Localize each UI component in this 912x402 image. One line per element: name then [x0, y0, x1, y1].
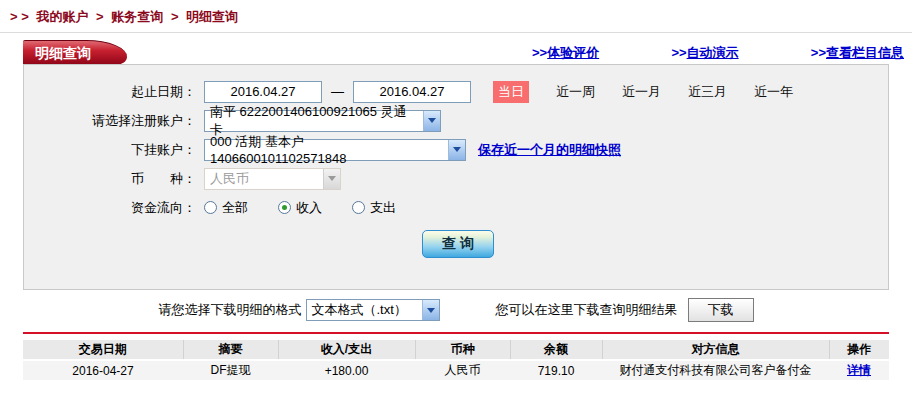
currency-row: 币 种： 人民币 [24, 164, 888, 193]
flow-radio-all[interactable] [204, 201, 217, 214]
flow-radio-income-label[interactable]: 收入 [296, 199, 322, 217]
start-date-input[interactable] [204, 81, 322, 103]
breadcrumb-item-account-query[interactable]: 账务查询 [111, 9, 163, 24]
cell-balance: 719.10 [510, 360, 602, 380]
breadcrumb-separator: > [171, 9, 179, 24]
header-counterparty: 对方信息 [602, 340, 829, 360]
header-amount: 收入/支出 [278, 340, 415, 360]
link-label: 体验评价 [547, 45, 599, 60]
link-prefix: >> [811, 45, 826, 60]
registered-account-label: 请选择注册账户： [24, 112, 196, 130]
view-column-info-link[interactable]: >>查看栏目信息 [811, 44, 904, 62]
link-prefix: >> [532, 45, 547, 60]
link-label: 自动演示 [687, 45, 739, 60]
today-badge[interactable]: 当日 [493, 81, 529, 103]
page-title-tab: 明细查询 [23, 40, 127, 65]
experience-rating-link[interactable]: >>体验评价 [532, 44, 599, 62]
download-hint: 您可以在这里下载查询明细结果 [496, 301, 678, 319]
sub-account-select[interactable]: 000 活期 基本户 1406600101102571848 [204, 139, 466, 161]
save-snapshot-link[interactable]: 保存近一个月的明细快照 [478, 141, 621, 159]
header-trade-date: 交易日期 [23, 340, 183, 360]
flow-radio-expense[interactable] [352, 201, 365, 214]
link-label: 查看栏目信息 [826, 45, 904, 60]
table-header-row: 交易日期 摘要 收入/支出 币种 余额 对方信息 操作 [23, 340, 889, 360]
download-button[interactable]: 下载 [688, 298, 754, 322]
breadcrumb-divider [0, 32, 912, 33]
date-range-row: 起止日期： — 当日 近一周 近一月 近三月 近一年 [24, 77, 888, 106]
currency-value: 人民币 [210, 170, 249, 188]
link-prefix: >> [671, 45, 686, 60]
breadcrumb-prefix: > > [10, 9, 29, 24]
currency-select: 人民币 [204, 168, 341, 190]
flow-radio-all-label[interactable]: 全部 [222, 199, 248, 217]
chevron-down-icon [448, 140, 465, 160]
breadcrumb-separator: > [96, 9, 104, 24]
table-row: 2016-04-27 DF提现 +180.00 人民币 719.10 财付通支付… [23, 360, 889, 380]
header-summary: 摘要 [183, 340, 278, 360]
chevron-down-icon [422, 300, 439, 320]
query-button[interactable]: 查 询 [422, 230, 494, 258]
quick-range-year[interactable]: 近一年 [754, 83, 793, 101]
fund-flow-label: 资金流向： [24, 199, 196, 217]
header-currency: 币种 [415, 340, 510, 360]
quick-range-month[interactable]: 近一月 [622, 83, 661, 101]
detail-query-page: > > 我的账户 > 账务查询 > 明细查询 明细查询 >>体验评价 >>自动演… [0, 0, 912, 402]
registered-account-row: 请选择注册账户： 南平 6222001406100921065 灵通卡 [24, 106, 888, 135]
sub-account-value: 000 活期 基本户 1406600101102571848 [210, 133, 442, 166]
download-format-value: 文本格式（.txt） [312, 301, 407, 319]
breadcrumb-item-my-account[interactable]: 我的账户 [36, 9, 88, 24]
quick-range-quarter[interactable]: 近三月 [688, 83, 727, 101]
cell-action: 详情 [829, 360, 889, 380]
fund-flow-row: 资金流向： 全部 收入 支出 [24, 193, 888, 222]
header-links: >>体验评价 >>自动演示 >>查看栏目信息 [532, 44, 904, 62]
results-table: 交易日期 摘要 收入/支出 币种 余额 对方信息 操作 2016-04-27 D… [23, 340, 889, 380]
date-range-label: 起止日期： [24, 83, 196, 101]
table-top-divider [23, 332, 889, 334]
query-form-panel: 起止日期： — 当日 近一周 近一月 近三月 近一年 请选择注册账户： 南平 6… [23, 64, 889, 290]
cell-amount: +180.00 [278, 360, 415, 380]
date-separator: — [331, 84, 344, 99]
sub-account-label: 下挂账户： [24, 141, 196, 159]
end-date-input[interactable] [353, 81, 471, 103]
cell-counterparty: 财付通支付科技有限公司客户备付金 [602, 360, 829, 380]
header-balance: 余额 [510, 340, 602, 360]
sub-account-row: 下挂账户： 000 活期 基本户 1406600101102571848 保存近… [24, 135, 888, 164]
currency-label: 币 种： [24, 170, 196, 188]
flow-radio-expense-label[interactable]: 支出 [370, 199, 396, 217]
breadcrumb: > > 我的账户 > 账务查询 > 明细查询 [10, 8, 242, 26]
chevron-down-icon [323, 169, 340, 189]
cell-trade-date: 2016-04-27 [23, 360, 183, 380]
header-action: 操作 [829, 340, 889, 360]
download-format-label: 请您选择下载明细的格式 [159, 301, 302, 319]
download-row: 请您选择下载明细的格式 文本格式（.txt） 您可以在这里下载查询明细结果 下载 [0, 298, 912, 322]
cell-currency: 人民币 [415, 360, 510, 380]
auto-demo-link[interactable]: >>自动演示 [671, 44, 738, 62]
quick-range-week[interactable]: 近一周 [556, 83, 595, 101]
breadcrumb-item-detail-query[interactable]: 明细查询 [186, 9, 238, 24]
detail-link[interactable]: 详情 [847, 363, 871, 377]
registered-account-select[interactable]: 南平 6222001406100921065 灵通卡 [204, 110, 441, 132]
chevron-down-icon [423, 111, 440, 131]
download-format-select[interactable]: 文本格式（.txt） [306, 299, 440, 321]
flow-radio-income[interactable] [278, 201, 291, 214]
cell-summary: DF提现 [183, 360, 278, 380]
